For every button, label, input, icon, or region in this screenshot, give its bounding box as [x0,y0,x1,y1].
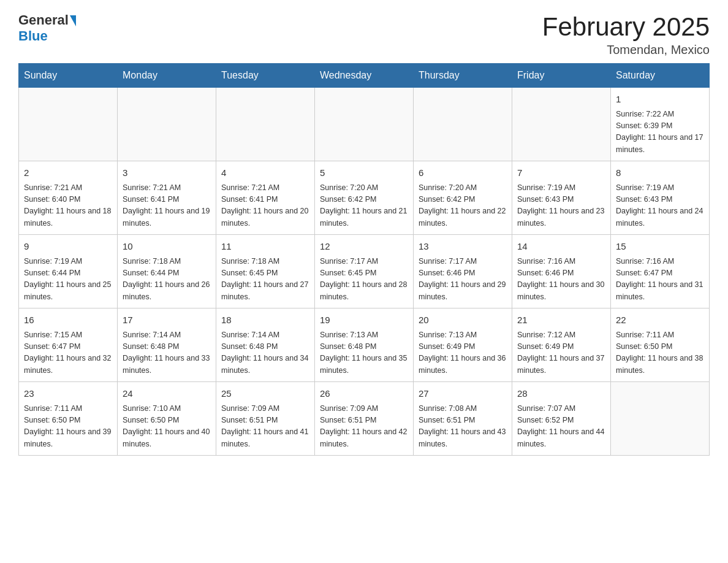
weekday-header-thursday: Thursday [414,64,512,88]
calendar-day-cell: 13Sunrise: 7:17 AMSunset: 6:46 PMDayligh… [414,235,512,308]
day-info: Sunrise: 7:17 AMSunset: 6:45 PMDaylight:… [320,256,408,304]
day-number: 20 [419,313,507,327]
logo-general-text: General [18,12,69,28]
calendar-day-cell: 8Sunrise: 7:19 AMSunset: 6:43 PMDaylight… [611,161,710,235]
day-info: Sunrise: 7:07 AMSunset: 6:52 PMDaylight:… [517,403,605,451]
day-number: 9 [24,240,112,254]
calendar-day-cell [118,88,216,161]
day-info: Sunrise: 7:09 AMSunset: 6:51 PMDaylight:… [221,403,309,451]
page-header: General Blue February 2025 Tomendan, Mex… [18,12,710,57]
weekday-header-sunday: Sunday [19,64,118,88]
calendar-day-cell: 21Sunrise: 7:12 AMSunset: 6:49 PMDayligh… [512,308,611,382]
day-info: Sunrise: 7:16 AMSunset: 6:46 PMDaylight:… [517,256,605,304]
day-info: Sunrise: 7:13 AMSunset: 6:49 PMDaylight:… [419,329,507,377]
calendar-day-cell: 4Sunrise: 7:21 AMSunset: 6:41 PMDaylight… [216,161,315,235]
day-info: Sunrise: 7:20 AMSunset: 6:42 PMDaylight:… [320,182,408,230]
day-info: Sunrise: 7:18 AMSunset: 6:44 PMDaylight:… [123,256,211,304]
day-number: 3 [123,166,211,180]
calendar-day-cell [512,88,611,161]
weekday-header-tuesday: Tuesday [216,64,315,88]
calendar-day-cell: 25Sunrise: 7:09 AMSunset: 6:51 PMDayligh… [216,382,315,456]
day-number: 27 [419,387,507,401]
calendar-day-cell [19,88,118,161]
calendar-week-row: 1Sunrise: 7:22 AMSunset: 6:39 PMDaylight… [19,88,710,161]
day-number: 19 [320,313,408,327]
calendar-day-cell: 28Sunrise: 7:07 AMSunset: 6:52 PMDayligh… [512,382,611,456]
weekday-header-monday: Monday [118,64,216,88]
day-number: 13 [419,240,507,254]
weekday-header-friday: Friday [512,64,611,88]
calendar-day-cell [216,88,315,161]
day-number: 17 [123,313,211,327]
day-number: 26 [320,387,408,401]
day-info: Sunrise: 7:19 AMSunset: 6:44 PMDaylight:… [24,256,112,304]
calendar-day-cell: 5Sunrise: 7:20 AMSunset: 6:42 PMDaylight… [315,161,414,235]
day-number: 8 [616,166,704,180]
day-number: 22 [616,313,704,327]
day-number: 23 [24,387,112,401]
calendar-table: SundayMondayTuesdayWednesdayThursdayFrid… [18,63,710,456]
day-number: 6 [419,166,507,180]
day-info: Sunrise: 7:11 AMSunset: 6:50 PMDaylight:… [24,403,112,451]
calendar-day-cell: 9Sunrise: 7:19 AMSunset: 6:44 PMDaylight… [19,235,118,308]
calendar-day-cell [315,88,414,161]
calendar-day-cell [611,382,710,456]
day-info: Sunrise: 7:21 AMSunset: 6:41 PMDaylight:… [123,182,211,230]
day-number: 12 [320,240,408,254]
day-info: Sunrise: 7:10 AMSunset: 6:50 PMDaylight:… [123,403,211,451]
calendar-day-cell: 11Sunrise: 7:18 AMSunset: 6:45 PMDayligh… [216,235,315,308]
day-info: Sunrise: 7:19 AMSunset: 6:43 PMDaylight:… [616,182,704,230]
calendar-week-row: 23Sunrise: 7:11 AMSunset: 6:50 PMDayligh… [19,382,710,456]
day-number: 16 [24,313,112,327]
day-number: 2 [24,166,112,180]
logo: General Blue [18,12,76,44]
weekday-header-row: SundayMondayTuesdayWednesdayThursdayFrid… [19,64,710,88]
calendar-day-cell: 12Sunrise: 7:17 AMSunset: 6:45 PMDayligh… [315,235,414,308]
day-info: Sunrise: 7:14 AMSunset: 6:48 PMDaylight:… [123,329,211,377]
logo-blue-text: Blue [18,28,48,44]
day-info: Sunrise: 7:18 AMSunset: 6:45 PMDaylight:… [221,256,309,304]
month-title: February 2025 [542,12,710,42]
calendar-day-cell: 3Sunrise: 7:21 AMSunset: 6:41 PMDaylight… [118,161,216,235]
weekday-header-wednesday: Wednesday [315,64,414,88]
calendar-day-cell: 6Sunrise: 7:20 AMSunset: 6:42 PMDaylight… [414,161,512,235]
day-info: Sunrise: 7:15 AMSunset: 6:47 PMDaylight:… [24,329,112,377]
calendar-day-cell: 20Sunrise: 7:13 AMSunset: 6:49 PMDayligh… [414,308,512,382]
calendar-week-row: 16Sunrise: 7:15 AMSunset: 6:47 PMDayligh… [19,308,710,382]
day-number: 10 [123,240,211,254]
calendar-day-cell: 22Sunrise: 7:11 AMSunset: 6:50 PMDayligh… [611,308,710,382]
logo-arrow-icon [70,15,76,26]
day-info: Sunrise: 7:11 AMSunset: 6:50 PMDaylight:… [616,329,704,377]
day-number: 24 [123,387,211,401]
calendar-week-row: 9Sunrise: 7:19 AMSunset: 6:44 PMDaylight… [19,235,710,308]
day-info: Sunrise: 7:09 AMSunset: 6:51 PMDaylight:… [320,403,408,451]
calendar-day-cell: 17Sunrise: 7:14 AMSunset: 6:48 PMDayligh… [118,308,216,382]
day-info: Sunrise: 7:12 AMSunset: 6:49 PMDaylight:… [517,329,605,377]
day-info: Sunrise: 7:20 AMSunset: 6:42 PMDaylight:… [419,182,507,230]
day-number: 18 [221,313,309,327]
day-info: Sunrise: 7:22 AMSunset: 6:39 PMDaylight:… [616,109,704,156]
day-info: Sunrise: 7:16 AMSunset: 6:47 PMDaylight:… [616,256,704,304]
title-area: February 2025 Tomendan, Mexico [542,12,710,57]
day-number: 25 [221,387,309,401]
day-info: Sunrise: 7:21 AMSunset: 6:41 PMDaylight:… [221,182,309,230]
day-info: Sunrise: 7:13 AMSunset: 6:48 PMDaylight:… [320,329,408,377]
day-number: 1 [616,93,704,107]
day-info: Sunrise: 7:21 AMSunset: 6:40 PMDaylight:… [24,182,112,230]
day-info: Sunrise: 7:14 AMSunset: 6:48 PMDaylight:… [221,329,309,377]
day-info: Sunrise: 7:17 AMSunset: 6:46 PMDaylight:… [419,256,507,304]
calendar-day-cell: 1Sunrise: 7:22 AMSunset: 6:39 PMDaylight… [611,88,710,161]
calendar-day-cell: 27Sunrise: 7:08 AMSunset: 6:51 PMDayligh… [414,382,512,456]
day-number: 4 [221,166,309,180]
day-number: 21 [517,313,605,327]
calendar-day-cell: 14Sunrise: 7:16 AMSunset: 6:46 PMDayligh… [512,235,611,308]
location: Tomendan, Mexico [542,43,710,57]
day-number: 7 [517,166,605,180]
calendar-day-cell: 19Sunrise: 7:13 AMSunset: 6:48 PMDayligh… [315,308,414,382]
calendar-day-cell: 10Sunrise: 7:18 AMSunset: 6:44 PMDayligh… [118,235,216,308]
calendar-day-cell: 24Sunrise: 7:10 AMSunset: 6:50 PMDayligh… [118,382,216,456]
day-info: Sunrise: 7:19 AMSunset: 6:43 PMDaylight:… [517,182,605,230]
weekday-header-saturday: Saturday [611,64,710,88]
day-number: 11 [221,240,309,254]
calendar-day-cell: 2Sunrise: 7:21 AMSunset: 6:40 PMDaylight… [19,161,118,235]
